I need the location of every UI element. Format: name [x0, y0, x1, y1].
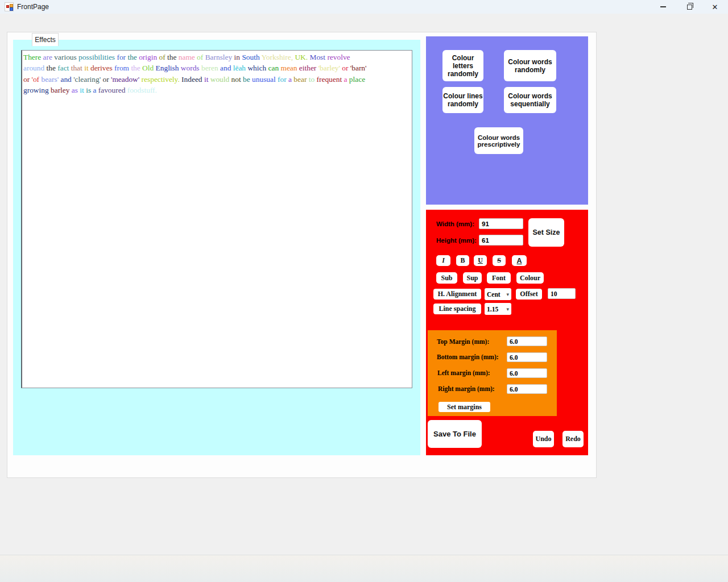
- colour-words-randomly-button[interactable]: Colour words randomly: [504, 50, 556, 81]
- offset-input[interactable]: [548, 288, 576, 299]
- minimize-icon: [660, 6, 666, 7]
- redo-button[interactable]: Redo: [562, 431, 584, 447]
- editor-word: can: [268, 64, 279, 72]
- editor-word: words: [181, 64, 200, 72]
- font-button[interactable]: Font: [487, 272, 511, 284]
- bold-button[interactable]: B: [456, 255, 469, 266]
- right-margin-input[interactable]: [507, 384, 547, 394]
- taskbar: 1 ✕ P W: [0, 555, 728, 582]
- editor-word: not: [231, 75, 241, 84]
- editor-word: from: [114, 64, 129, 72]
- editor-word: of: [197, 53, 203, 61]
- editor-word: lēah: [233, 64, 246, 72]
- editor-word: as: [72, 86, 78, 94]
- format-panel: Width (mm): Set Size Height (mm): I B U …: [426, 210, 588, 455]
- editor-word: or: [342, 64, 348, 72]
- h-alignment-select[interactable]: Cent ▾: [485, 288, 511, 300]
- editor-word: favoured: [98, 86, 126, 94]
- bottom-margin-input[interactable]: [507, 352, 547, 362]
- line-spacing-value: 1.15: [487, 306, 498, 313]
- editor-word: foodstuff.: [127, 86, 157, 94]
- maximize-button[interactable]: [676, 0, 702, 14]
- editor-word: growing: [23, 86, 49, 94]
- editor-word: frequent: [317, 75, 342, 84]
- editor-word: it: [84, 64, 88, 72]
- top-margin-label: Top Margin (mm):: [437, 338, 489, 345]
- set-size-button[interactable]: Set Size: [528, 218, 564, 247]
- colour-letters-randomly-button[interactable]: Colour letters randomly: [442, 50, 483, 81]
- editor-word: for: [278, 75, 287, 84]
- editor-word: 'of: [32, 75, 40, 84]
- top-margin-input[interactable]: [507, 336, 547, 346]
- colour-words-prescriptively-button[interactable]: Colour words prescriptively: [474, 127, 523, 154]
- close-button[interactable]: ✕: [702, 0, 728, 14]
- editor-word: various: [54, 53, 76, 61]
- editor-word: South: [242, 53, 259, 61]
- colour-words-sequentially-button[interactable]: Colour words sequentially: [504, 87, 556, 113]
- editor-word: unusual: [252, 75, 276, 84]
- editor-word: are: [43, 53, 52, 61]
- editor-word: Old: [142, 64, 154, 72]
- editor-word: bears': [41, 75, 59, 84]
- editor-word: name: [179, 53, 195, 61]
- font-toggle-button[interactable]: A: [512, 255, 527, 266]
- height-label: Height (mm):: [436, 237, 477, 244]
- editor-word: UK.: [295, 53, 308, 61]
- editor-word: either: [299, 64, 316, 72]
- editor-word: bear: [293, 75, 307, 84]
- editor-word: Most: [309, 53, 325, 61]
- editor-word: the: [127, 53, 136, 61]
- h-alignment-value: Cent: [487, 291, 500, 298]
- editor-word: is: [86, 86, 91, 94]
- editor-word: Indeed: [181, 75, 202, 84]
- left-margin-label: Left margin (mm):: [437, 369, 490, 376]
- effects-tab-page: There are various possibilities for the …: [7, 32, 597, 478]
- editor-word: would: [210, 75, 229, 84]
- strikethrough-button[interactable]: S: [493, 255, 506, 266]
- colour-lines-randomly-button[interactable]: Colour lines randomly: [442, 87, 483, 113]
- window-title: FrontPage: [17, 3, 49, 11]
- editor-word: mean: [280, 64, 297, 72]
- editor-word: revolve: [327, 53, 350, 61]
- editor-word: place: [349, 75, 365, 84]
- editor-word: beren: [201, 64, 218, 72]
- minimize-button[interactable]: [650, 0, 676, 14]
- undo-button[interactable]: Undo: [533, 431, 554, 447]
- subscript-button[interactable]: Sub: [436, 272, 457, 284]
- rich-text-editor[interactable]: There are various possibilities for the …: [21, 50, 412, 388]
- underline-button[interactable]: U: [474, 255, 487, 266]
- save-to-file-button[interactable]: Save To File: [428, 420, 482, 448]
- editor-word: or: [103, 75, 109, 84]
- left-margin-input[interactable]: [507, 368, 547, 378]
- italic-button[interactable]: I: [436, 255, 450, 266]
- offset-button[interactable]: Offset: [516, 289, 542, 300]
- chevron-down-icon: ▾: [506, 306, 509, 312]
- editor-word: origin: [139, 53, 157, 61]
- editor-word: in: [234, 53, 240, 61]
- editor-word: 'barn': [350, 64, 367, 72]
- line-spacing-button[interactable]: Line spacing: [433, 304, 481, 314]
- editor-word: 'meadow': [111, 75, 139, 84]
- width-input[interactable]: [479, 218, 523, 229]
- title-bar: FrontPage ✕: [0, 0, 728, 14]
- h-alignment-button[interactable]: H. Alignment: [433, 289, 481, 300]
- colour-button[interactable]: Colour: [516, 272, 544, 284]
- line-spacing-select[interactable]: 1.15 ▾: [485, 303, 511, 315]
- editor-word: of: [159, 53, 166, 61]
- editor-text: There are various possibilities for the …: [23, 52, 412, 95]
- width-label: Width (mm):: [436, 221, 474, 227]
- restore-icon: [687, 5, 692, 10]
- tab-effects[interactable]: Effects: [32, 33, 59, 46]
- editor-word: English: [156, 64, 179, 72]
- bottom-margin-label: Bottom margin (mm):: [437, 354, 499, 360]
- margins-panel: Top Margin (mm): Bottom margin (mm): Lef…: [428, 330, 557, 416]
- set-margins-button[interactable]: Set margins: [439, 402, 490, 412]
- height-input[interactable]: [479, 235, 523, 246]
- superscript-button[interactable]: Sup: [463, 272, 482, 284]
- editor-word: around: [23, 64, 44, 72]
- editor-word: a: [288, 75, 292, 84]
- editor-word: or: [23, 75, 30, 84]
- editor-word: for: [117, 53, 126, 61]
- editor-word: Yorkshire,: [262, 53, 293, 61]
- editor-word: 'clearing': [73, 75, 101, 84]
